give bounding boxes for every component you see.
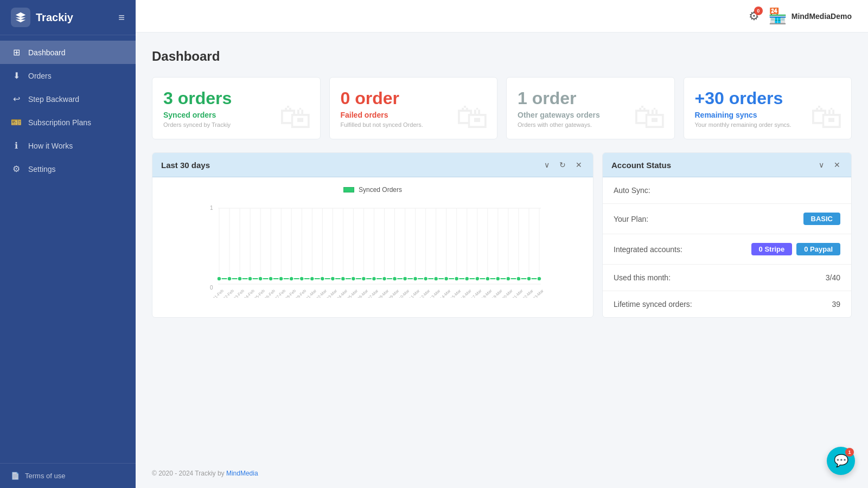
store-selector[interactable]: 🏪 MindMediaDemo: [768, 7, 852, 25]
account-collapse-button[interactable]: ∨: [816, 159, 826, 170]
chat-badge: 1: [845, 448, 854, 457]
svg-text:0: 0: [210, 285, 213, 291]
account-close-button[interactable]: ✕: [832, 159, 843, 170]
svg-point-41: [269, 277, 273, 281]
main-content: ⚙ 0 🏪 MindMediaDemo Dashboard 3 orders S…: [136, 0, 868, 488]
autosync-label: Auto Sync:: [614, 186, 650, 195]
footer-text: © 2020 - 2024 Trackiy by: [152, 470, 226, 477]
chart-legend: Synced Orders: [161, 186, 584, 194]
plan-badge[interactable]: BASIC: [803, 213, 840, 225]
sidebar-item-label-dashboard: Dashboard: [28, 48, 66, 57]
svg-point-40: [258, 277, 263, 281]
chart-collapse-button[interactable]: ∨: [542, 159, 552, 170]
notifications-button[interactable]: ⚙ 0: [749, 9, 760, 23]
svg-text:24-Feb: 24-Feb: [243, 288, 256, 298]
chart-close-button[interactable]: ✕: [573, 159, 584, 170]
svg-point-36: [217, 277, 221, 281]
stats-row: 3 orders Synced orders Orders synced by …: [152, 77, 852, 139]
svg-point-63: [496, 277, 500, 281]
stat-card-remaining: +30 orders Remaining syncs Your monthly …: [684, 77, 852, 139]
terms-icon: 📄: [11, 472, 20, 480]
svg-text:1: 1: [210, 205, 213, 211]
sidebar-item-settings[interactable]: ⚙ Settings: [0, 157, 136, 181]
settings-icon: ⚙: [11, 164, 22, 174]
footer: © 2020 - 2024 Trackiy by MindMedia: [136, 459, 868, 488]
chart-panel-controls: ∨ ↻ ✕: [542, 159, 584, 170]
charts-row: Last 30 days ∨ ↻ ✕ Synced Orders: [152, 152, 852, 318]
svg-point-49: [351, 277, 355, 281]
svg-point-38: [238, 277, 242, 281]
svg-point-45: [310, 277, 314, 281]
subscription-icon: 🎫: [11, 117, 22, 127]
svg-text:26-Feb: 26-Feb: [264, 288, 276, 298]
topbar: ⚙ 0 🏪 MindMediaDemo: [136, 0, 868, 33]
svg-point-64: [506, 277, 510, 281]
dashboard-icon: ⊞: [11, 47, 22, 57]
orders-icon: ⬇: [11, 70, 22, 81]
chart-panel: Last 30 days ∨ ↻ ✕ Synced Orders: [152, 152, 593, 318]
chat-bubble[interactable]: 💬 1: [827, 447, 855, 475]
svg-point-52: [382, 277, 387, 281]
svg-point-60: [465, 277, 469, 281]
svg-point-56: [424, 277, 428, 281]
hamburger-menu[interactable]: ≡: [118, 11, 125, 24]
lifetime-value: 39: [832, 300, 840, 309]
sidebar-item-subscription[interactable]: 🎫 Subscription Plans: [0, 111, 136, 134]
step-backward-icon: ↩: [11, 94, 22, 104]
chart-panel-title: Last 30 days: [161, 160, 210, 170]
svg-point-58: [444, 277, 449, 281]
svg-point-67: [537, 277, 541, 281]
svg-point-59: [455, 277, 459, 281]
svg-text:21-Feb: 21-Feb: [212, 288, 225, 298]
footer-link[interactable]: MindMedia: [226, 470, 258, 477]
sidebar-item-how-it-works[interactable]: ℹ How it Works: [0, 134, 136, 157]
svg-point-47: [330, 277, 335, 281]
plan-label: Your Plan:: [614, 215, 648, 223]
app-name: Trackiy: [36, 11, 73, 24]
sidebar-nav: ⊞ Dashboard ⬇ Orders ↩ Step Backward 🎫 S…: [0, 35, 136, 463]
sidebar-bottom: 📄 Terms of use: [0, 463, 136, 488]
account-status-controls: ∨ ✕: [816, 159, 843, 170]
integrated-badges: 0 Stripe 0 Paypal: [751, 243, 840, 255]
svg-point-55: [413, 277, 418, 281]
sidebar-item-dashboard[interactable]: ⊞ Dashboard: [0, 41, 136, 64]
chat-icon: 💬: [834, 454, 848, 468]
svg-text:28-Feb: 28-Feb: [284, 288, 297, 298]
svg-point-66: [527, 277, 531, 281]
terms-label: Terms of use: [25, 472, 65, 480]
svg-text:23-Mar: 23-Mar: [532, 288, 545, 298]
chart-legend-color: [343, 187, 354, 192]
stat-card-failed: 0 order Failed orders Fulfilled but not …: [329, 77, 498, 139]
sidebar-logo: Trackiy ≡: [0, 0, 136, 35]
svg-point-44: [299, 277, 304, 281]
sidebar-item-label-subscription: Subscription Plans: [28, 118, 91, 127]
line-chart: 1 0 21-Feb22-Feb23-Feb: [161, 200, 584, 298]
sidebar-item-label-how-it-works: How it Works: [28, 142, 73, 150]
svg-point-62: [486, 277, 490, 281]
stat-failed-bg-icon: 🛍: [456, 101, 488, 133]
svg-point-39: [248, 277, 252, 281]
svg-point-46: [320, 277, 324, 281]
svg-text:27-Feb: 27-Feb: [274, 288, 286, 298]
notifications-badge: 0: [754, 7, 763, 15]
account-status-header: Account Status ∨ ✕: [603, 153, 851, 177]
sidebar-item-step-backward[interactable]: ↩ Step Backward: [0, 87, 136, 111]
svg-point-37: [227, 277, 232, 281]
account-row-autosync: Auto Sync:: [603, 177, 851, 204]
used-label: Used this month:: [614, 273, 671, 282]
store-icon: 🏪: [768, 7, 787, 25]
page-title: Dashboard: [152, 49, 852, 64]
app-logo-icon: [11, 8, 30, 27]
svg-text:23-Feb: 23-Feb: [233, 288, 245, 298]
terms-of-use-link[interactable]: 📄 Terms of use: [11, 472, 125, 480]
stripe-badge[interactable]: 0 Stripe: [751, 243, 793, 255]
chart-legend-label: Synced Orders: [359, 186, 402, 194]
account-row-used: Used this month: 3/40: [603, 265, 851, 291]
sidebar-item-label-settings: Settings: [28, 165, 56, 174]
chart-refresh-button[interactable]: ↻: [557, 159, 568, 170]
stat-card-other: 1 order Other gateways orders Orders wit…: [506, 77, 675, 139]
used-value: 3/40: [826, 273, 840, 282]
account-row-integrated: Integrated accounts: 0 Stripe 0 Paypal: [603, 234, 851, 265]
sidebar-item-orders[interactable]: ⬇ Orders: [0, 64, 136, 87]
paypal-badge[interactable]: 0 Paypal: [796, 243, 840, 255]
